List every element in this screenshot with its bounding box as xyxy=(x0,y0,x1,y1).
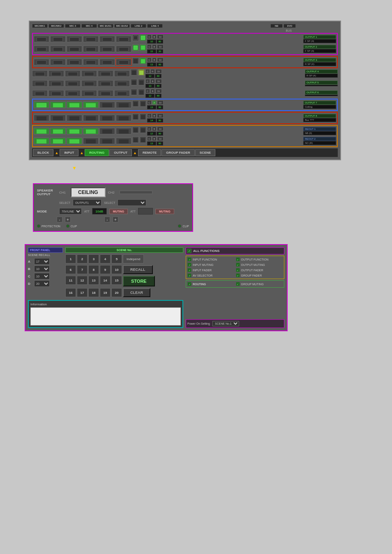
cell-5-4[interactable] xyxy=(81,80,97,87)
btn-c-2[interactable]: C xyxy=(147,44,152,49)
cell-7-5[interactable] xyxy=(99,102,115,108)
func-checkbox-outfad[interactable]: ✓ xyxy=(236,268,240,272)
nav-btn-routing[interactable]: ROUTING xyxy=(85,149,109,156)
cell-1-5[interactable] xyxy=(99,36,115,42)
cell-10-3[interactable] xyxy=(67,138,82,144)
cell-2-2[interactable] xyxy=(50,46,66,52)
btn-b-9[interactable]: B xyxy=(152,127,157,131)
cell-5-8[interactable] xyxy=(138,79,145,85)
btn-c-7[interactable]: C xyxy=(147,100,152,105)
cell-7-8[interactable] xyxy=(140,100,146,107)
cell-9-8[interactable] xyxy=(140,127,146,133)
output-10[interactable]: REOUT 2 NO (R) xyxy=(303,137,336,145)
cell-3-7[interactable] xyxy=(132,58,139,64)
scene-num-17[interactable]: 17 xyxy=(77,288,88,297)
cell-10-5[interactable] xyxy=(99,138,115,144)
ab-select-b[interactable]: 10 xyxy=(34,265,50,272)
btn-sv-5[interactable]: SV xyxy=(155,79,162,83)
output-7[interactable]: OUTPUT 7 Ceiling xyxy=(303,101,336,109)
clear-button[interactable]: CLEAR xyxy=(123,288,150,297)
cell-9-5[interactable] xyxy=(99,128,115,134)
cell-7-6[interactable] xyxy=(116,102,131,108)
cell-5-2[interactable] xyxy=(48,80,64,87)
cell-7-4[interactable] xyxy=(83,102,99,108)
cell-5-5[interactable] xyxy=(98,80,113,87)
cell-3-6[interactable] xyxy=(116,59,131,65)
scene-num-18[interactable]: 18 xyxy=(88,288,99,297)
output-1[interactable]: OUTPUT 1 F SP (4) xyxy=(303,35,336,43)
cell-1-8[interactable] xyxy=(140,35,146,41)
btn-b-6[interactable]: B xyxy=(150,89,155,93)
power-on-select[interactable]: SCENE No.1 xyxy=(212,321,239,326)
cell-1-3[interactable] xyxy=(67,36,82,42)
func-checkbox-of[interactable]: ✓ xyxy=(236,257,240,261)
scene-num-15[interactable]: 15 xyxy=(111,276,122,285)
btn-sv-9[interactable]: SV xyxy=(157,127,164,131)
ab-select-a[interactable]: 17 xyxy=(34,258,50,265)
cell-5-3[interactable] xyxy=(65,80,81,87)
cell-1-6[interactable] xyxy=(116,36,131,42)
btn-c-4[interactable]: C xyxy=(145,69,150,74)
btn-sv-8[interactable]: SV xyxy=(157,113,164,118)
ab-select-d[interactable]: 20 xyxy=(34,280,50,287)
btn-sv-10[interactable]: SV xyxy=(157,136,164,141)
cell-5-6[interactable] xyxy=(114,80,130,87)
cell-6-3[interactable] xyxy=(65,90,81,97)
cell-8-8[interactable] xyxy=(140,113,146,120)
muting-button-2[interactable]: MUTING xyxy=(155,209,174,214)
btn-c-1[interactable]: C xyxy=(147,35,152,39)
cell-8-4[interactable] xyxy=(83,115,99,121)
scene-num-7[interactable]: 7 xyxy=(77,265,88,274)
cell-2-3[interactable] xyxy=(67,46,82,52)
scene-num-5[interactable]: 5 xyxy=(111,254,122,263)
independ-btn[interactable]: Independ xyxy=(123,254,144,263)
scene-num-19[interactable]: 19 xyxy=(100,288,111,297)
cell-9-4[interactable] xyxy=(83,128,99,134)
func-checkbox-im[interactable]: ✓ xyxy=(187,263,191,267)
cell-6-8[interactable] xyxy=(138,89,145,95)
output-9[interactable]: REOUT 1 NB (0) xyxy=(303,127,336,135)
cell-6-5[interactable] xyxy=(98,90,113,97)
cell-8-3[interactable] xyxy=(67,115,82,121)
btn-sv-3[interactable]: SV xyxy=(157,58,164,62)
cell-2-4[interactable] xyxy=(83,46,99,52)
store-button[interactable]: STORE xyxy=(123,276,155,286)
btn-b-4[interactable]: R xyxy=(150,69,155,74)
cell-6-4[interactable] xyxy=(81,90,97,97)
scene-num-8[interactable]: 8 xyxy=(88,265,99,274)
btn-c-3[interactable]: C xyxy=(147,58,152,62)
scene-num-10[interactable]: 10 xyxy=(111,265,122,274)
btn-b-2[interactable]: B xyxy=(152,44,157,49)
cell-2-7[interactable] xyxy=(132,44,139,51)
btn-b-1[interactable]: B xyxy=(152,35,157,39)
btn-b-5[interactable]: B xyxy=(150,79,155,83)
cell-10-7[interactable] xyxy=(132,136,139,143)
cell-10-8[interactable] xyxy=(140,136,146,143)
cell-4-4[interactable] xyxy=(81,70,97,77)
pm-minus[interactable]: - xyxy=(57,217,62,222)
cell-3-3[interactable] xyxy=(67,59,82,65)
all-functions-checkbox[interactable]: ✓ xyxy=(187,249,191,253)
scene-num-12[interactable]: 12 xyxy=(77,276,88,285)
func-checkbox-om[interactable]: ✓ xyxy=(236,263,240,267)
scene-num-16[interactable]: 16 xyxy=(65,288,76,297)
cell-6-7[interactable] xyxy=(131,89,137,95)
cell-3-2[interactable] xyxy=(50,59,66,65)
nav-btn-group-fader[interactable]: GROUP FADER xyxy=(161,149,195,156)
output-5[interactable]: OUTPUT 5 xyxy=(305,81,338,86)
cell-7-2[interactable] xyxy=(50,102,66,108)
cell-10-6[interactable] xyxy=(116,138,131,144)
muting-button[interactable]: MUTING xyxy=(109,209,128,214)
btn-sv-2[interactable]: SV xyxy=(157,44,164,49)
cell-2-5[interactable] xyxy=(99,46,115,52)
output-6[interactable]: OUTPUT 6 xyxy=(305,90,338,96)
output-8[interactable]: OUTPUT 8 Bus ??? xyxy=(303,114,336,122)
cell-6-1[interactable] xyxy=(32,90,48,97)
cell-1-2[interactable] xyxy=(50,36,66,42)
btn-c-9[interactable]: C xyxy=(147,127,152,131)
cell-5-1[interactable] xyxy=(32,80,48,87)
btn-c-10[interactable]: C xyxy=(147,136,152,141)
pm-plus[interactable]: + xyxy=(65,217,71,222)
cell-1-4[interactable] xyxy=(83,36,99,42)
pm-minus-2[interactable]: - xyxy=(104,217,110,222)
